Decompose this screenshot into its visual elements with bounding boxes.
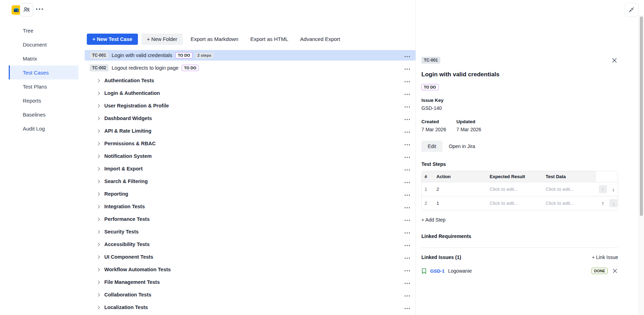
sidebar-item[interactable]: Tree (9, 23, 78, 37)
chevron-right-icon[interactable] (97, 268, 100, 271)
chevron-right-icon[interactable] (97, 79, 100, 82)
folder-row[interactable]: API & Rate Limiting (85, 126, 415, 136)
row-more-icon[interactable] (404, 166, 411, 172)
chevron-right-icon[interactable] (97, 306, 100, 309)
sidebar-item[interactable]: Audit Log (9, 121, 78, 135)
row-more-icon[interactable] (404, 254, 411, 260)
row-more-icon[interactable] (404, 103, 411, 109)
folder-row[interactable]: Accessibility Tests (85, 239, 415, 250)
vertical-scrollbar[interactable] (638, 15, 644, 315)
chevron-right-icon[interactable] (97, 180, 100, 183)
folder-row[interactable]: Notification System (85, 151, 415, 161)
chevron-right-icon[interactable] (97, 255, 100, 259)
step-action-cell[interactable]: 1 (434, 196, 487, 210)
sidebar-item[interactable]: Document (9, 37, 78, 51)
scrollbar-thumb[interactable] (640, 16, 643, 216)
row-more-icon[interactable] (404, 115, 411, 121)
folder-row[interactable]: UI Component Tests (85, 252, 415, 262)
chevron-right-icon[interactable] (97, 142, 100, 145)
chevron-right-icon[interactable] (97, 192, 100, 196)
folder-row[interactable]: Search & Filtering (85, 176, 415, 187)
folder-row[interactable]: Reporting (85, 189, 415, 199)
updated-value: 7 Mar 2026 (456, 127, 491, 132)
unlink-issue-close-icon[interactable] (612, 268, 618, 274)
row-more-icon[interactable] (404, 304, 411, 310)
folder-row[interactable]: Permissions & RBAC (85, 138, 415, 149)
arrow-down-icon[interactable]: ↓ (609, 185, 617, 193)
folder-row[interactable]: Integration Tests (85, 201, 415, 212)
chevron-right-icon[interactable] (97, 129, 100, 133)
row-more-icon[interactable] (404, 292, 411, 298)
row-more-icon[interactable] (404, 203, 411, 210)
chevron-right-icon[interactable] (97, 205, 100, 208)
row-more-icon[interactable] (404, 65, 411, 71)
close-icon[interactable] (611, 57, 618, 64)
chevron-right-icon[interactable] (97, 293, 100, 296)
folder-row[interactable]: User Registration & Profile (85, 100, 415, 111)
chevron-right-icon[interactable] (97, 167, 100, 170)
row-more-icon[interactable] (404, 128, 411, 134)
folder-row[interactable]: Workflow Automation Tests (85, 264, 415, 275)
row-more-icon[interactable] (404, 266, 411, 273)
briefcase-app-icon[interactable] (12, 5, 21, 15)
folder-row[interactable]: Dashboard Widgets (85, 113, 415, 124)
col-header-test-data: Test Data (543, 171, 596, 182)
folder-row[interactable]: Authentication Tests (85, 75, 415, 86)
folder-row[interactable]: Performance Tests (85, 214, 415, 224)
arrow-up-icon[interactable]: ↑ (599, 199, 607, 207)
sidebar-item-label: Test Plans (23, 84, 47, 90)
export-html-button[interactable]: Export as HTML (246, 33, 292, 45)
open-in-jira-button[interactable]: Open in Jira (444, 141, 479, 152)
folder-row[interactable]: Collaboration Tests (85, 289, 415, 300)
chevron-right-icon[interactable] (97, 280, 100, 284)
chevron-right-icon[interactable] (97, 230, 100, 233)
folder-name: Notification System (104, 153, 152, 159)
row-more-icon[interactable] (404, 77, 411, 84)
edit-button[interactable]: Edit (421, 141, 442, 152)
test-case-detail-panel: TC-001 Login with valid credentials TO D… (415, 0, 638, 315)
folder-row[interactable]: Security Tests (85, 226, 415, 237)
sidebar-item[interactable]: Reports (9, 93, 78, 107)
row-more-icon[interactable] (404, 279, 411, 285)
linked-issue-key-link[interactable]: GSD-1 (430, 268, 444, 274)
folder-row[interactable]: Localization Tests (85, 302, 415, 313)
add-step-button[interactable]: + Add Step (421, 217, 446, 223)
export-markdown-button[interactable]: Export as Markdown (186, 33, 243, 45)
step-expected-cell[interactable]: Click to edit... (487, 182, 543, 196)
row-more-icon[interactable] (404, 191, 411, 197)
chevron-right-icon[interactable] (97, 104, 100, 107)
test-case-row-tc-001[interactable]: TC-001 Login with valid credentials TO D… (85, 50, 415, 61)
chevron-right-icon[interactable] (97, 154, 100, 158)
row-more-icon[interactable] (404, 178, 411, 184)
folder-row[interactable]: Import & Export (85, 163, 415, 174)
chevron-right-icon[interactable] (97, 243, 100, 246)
row-more-icon[interactable] (404, 216, 411, 222)
chevron-right-icon[interactable] (97, 91, 100, 95)
row-more-icon[interactable] (404, 241, 411, 247)
test-case-row-tc-002[interactable]: TC-002 Logout redirects to login page TO… (85, 63, 415, 73)
folder-name: Integration Tests (104, 204, 145, 209)
step-test-data-cell[interactable]: Click to edit... (543, 196, 596, 210)
more-horizontal-icon[interactable] (35, 8, 44, 10)
row-more-icon[interactable] (404, 90, 411, 96)
row-more-icon[interactable] (404, 52, 411, 58)
link-issue-button[interactable]: + Link Issue (592, 254, 618, 260)
row-more-icon[interactable] (404, 153, 411, 159)
chevron-right-icon[interactable] (97, 117, 100, 120)
step-test-data-cell[interactable]: Click to edit... (543, 182, 596, 196)
advanced-export-button[interactable]: Advanced Export (296, 33, 344, 45)
step-action-cell[interactable]: 2 (434, 182, 487, 196)
row-more-icon[interactable] (404, 229, 411, 235)
folder-row[interactable]: File Management Tests (85, 277, 415, 287)
users-icon[interactable] (20, 3, 33, 16)
step-expected-cell[interactable]: Click to edit... (487, 196, 543, 210)
sidebar-item[interactable]: Baselines (9, 107, 78, 121)
sidebar-item[interactable]: Matrix (9, 51, 78, 65)
new-folder-button[interactable]: + New Folder (141, 34, 183, 45)
chevron-right-icon[interactable] (97, 217, 100, 221)
sidebar-item[interactable]: Test Plans (9, 79, 78, 93)
new-test-case-button[interactable]: + New Test Case (87, 34, 138, 45)
row-more-icon[interactable] (404, 140, 411, 147)
folder-row[interactable]: Login & Authentication (85, 88, 415, 98)
sidebar-item[interactable]: Test Cases (9, 65, 78, 79)
